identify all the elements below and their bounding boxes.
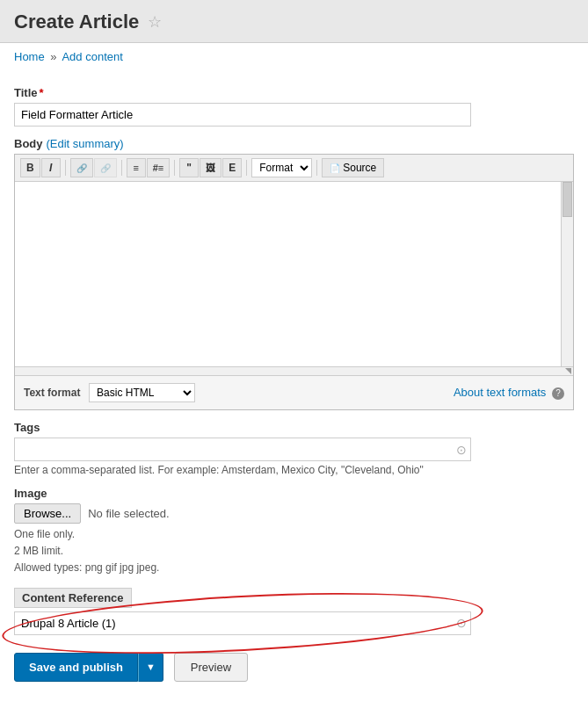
main-content: Title* Body(Edit summary) B I 🔗 xyxy=(0,70,588,710)
source-button[interactable]: 📄 Source xyxy=(322,158,384,177)
body-label: Body(Edit summary) xyxy=(14,137,574,150)
tags-label: Tags xyxy=(14,421,574,434)
breadcrumb-home[interactable]: Home xyxy=(14,50,45,63)
file-info-line-1: One file only. xyxy=(14,526,574,543)
toolbar-link-group: 🔗 🔗 xyxy=(70,158,117,177)
breadcrumb: Home » Add content xyxy=(0,43,588,70)
link-button[interactable]: 🔗 xyxy=(70,158,93,177)
text-format-label: Text format xyxy=(24,387,80,399)
image-insert-button[interactable]: 🖼 xyxy=(200,158,221,177)
editor-scrollbar[interactable] xyxy=(561,182,573,366)
toolbar-separator-5 xyxy=(316,160,317,176)
tags-help-text: Enter a comma-separated list. For exampl… xyxy=(14,464,574,476)
file-info-line-3: Allowed types: png gif jpg jpeg. xyxy=(14,560,574,576)
tags-input-wrapper: ⊙ xyxy=(14,438,471,461)
toolbar-text-group: B I xyxy=(20,158,61,177)
breadcrumb-separator: » xyxy=(50,50,56,63)
unordered-list-icon: ≡ xyxy=(133,163,138,173)
special-char-icon: E xyxy=(229,162,236,174)
unordered-list-button[interactable]: ≡ xyxy=(127,158,146,177)
editor-toolbar: B I 🔗 🔗 ≡ #≡ xyxy=(15,155,573,182)
editor-area xyxy=(15,182,573,366)
breadcrumb-add-content[interactable]: Add content xyxy=(62,50,122,63)
image-label: Image xyxy=(14,487,574,500)
file-info: One file only. 2 MB limit. Allowed types… xyxy=(14,526,574,577)
file-info-line-2: 2 MB limit. xyxy=(14,543,574,560)
save-publish-dropdown-button[interactable]: ▼ xyxy=(138,653,163,682)
toolbar-separator-1 xyxy=(65,160,66,176)
help-icon[interactable]: ? xyxy=(552,387,564,400)
bottom-actions: Save and publish ▼ Preview xyxy=(14,653,574,696)
content-reference-autocomplete-icon: ⊙ xyxy=(456,616,467,630)
toolbar-list-group: ≡ #≡ xyxy=(127,158,171,177)
resize-triangle-icon xyxy=(565,368,571,374)
blockquote-button[interactable]: " xyxy=(179,158,199,177)
save-publish-button[interactable]: Save and publish xyxy=(14,653,138,682)
image-insert-icon: 🖼 xyxy=(206,163,215,173)
italic-icon: I xyxy=(49,162,52,174)
edit-summary-link[interactable]: (Edit summary) xyxy=(47,137,124,150)
file-upload-row: Browse... No file selected. xyxy=(14,503,574,524)
save-publish-group: Save and publish ▼ xyxy=(14,653,163,682)
tags-input[interactable] xyxy=(14,438,471,461)
link-icon: 🔗 xyxy=(76,163,87,173)
content-reference-section: Content Reference ⊙ xyxy=(14,588,574,635)
text-format-left: Text format Basic HTMLFull HTMLRestricte… xyxy=(24,383,195,402)
save-publish-dropdown-icon: ▼ xyxy=(146,662,156,672)
browse-button[interactable]: Browse... xyxy=(14,503,81,524)
unlink-icon: 🔗 xyxy=(100,163,111,173)
title-label: Title* xyxy=(14,86,574,99)
source-label: Source xyxy=(343,162,376,174)
content-reference-input-wrapper: ⊙ xyxy=(14,611,471,635)
content-reference-label: Content Reference xyxy=(22,591,124,604)
toolbar-separator-4 xyxy=(246,160,247,176)
format-dropdown[interactable]: Format xyxy=(251,158,312,177)
ordered-list-button[interactable]: #≡ xyxy=(147,158,171,177)
toolbar-misc-group: " 🖼 E xyxy=(179,158,242,177)
file-name-text: No file selected. xyxy=(88,507,170,520)
unlink-button[interactable]: 🔗 xyxy=(94,158,117,177)
source-icon: 📄 xyxy=(330,163,340,173)
toolbar-separator-2 xyxy=(121,160,122,176)
scrollbar-thumb xyxy=(563,182,572,217)
toolbar-format-group: Format xyxy=(251,158,312,177)
text-format-right: About text formats ? xyxy=(454,386,564,400)
required-indicator: * xyxy=(40,86,44,99)
about-text-formats-link[interactable]: About text formats xyxy=(454,386,547,399)
special-char-button[interactable]: E xyxy=(222,158,242,177)
text-format-row: Text format Basic HTMLFull HTMLRestricte… xyxy=(15,375,573,409)
text-format-select[interactable]: Basic HTMLFull HTMLRestricted HTMLPlain … xyxy=(89,383,195,402)
bold-button[interactable]: B xyxy=(20,158,40,177)
body-editor[interactable] xyxy=(15,182,561,366)
italic-button[interactable]: I xyxy=(41,158,61,177)
blockquote-icon: " xyxy=(186,162,192,174)
content-reference-input[interactable] xyxy=(14,611,471,635)
page-header: Create Article ☆ xyxy=(0,0,588,43)
preview-button[interactable]: Preview xyxy=(174,653,248,682)
title-input[interactable] xyxy=(14,103,471,127)
page-title: Create Article xyxy=(14,11,139,33)
ordered-list-icon: #≡ xyxy=(153,163,164,173)
toolbar-separator-3 xyxy=(174,160,175,176)
bold-icon: B xyxy=(26,162,34,174)
editor-wrapper: B I 🔗 🔗 ≡ #≡ xyxy=(14,154,574,410)
bookmark-icon[interactable]: ☆ xyxy=(148,12,162,32)
editor-resize-handle[interactable] xyxy=(15,366,573,375)
autocomplete-icon: ⊙ xyxy=(456,443,467,457)
